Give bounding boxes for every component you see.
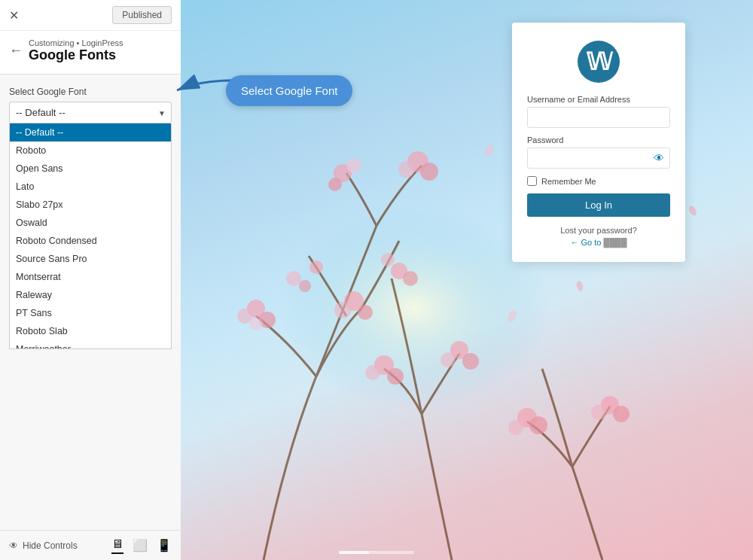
svg-point-2 — [237, 309, 252, 324]
svg-point-30 — [591, 405, 606, 420]
svg-point-7 — [358, 305, 373, 320]
sidebar-header: ✕ Published ← Customizing • LoginPress G… — [0, 0, 181, 75]
svg-point-19 — [299, 280, 311, 292]
svg-point-14 — [374, 355, 394, 375]
font-option-7[interactable]: Source Sans Pro — [10, 250, 171, 268]
font-option-10[interactable]: PT Sans — [10, 304, 171, 322]
svg-point-3 — [259, 312, 276, 328]
svg-point-21 — [381, 253, 395, 266]
desktop-icon[interactable]: 🖥 — [111, 537, 123, 554]
lost-password-link[interactable]: Lost your password? — [527, 226, 670, 235]
svg-point-27 — [508, 420, 523, 435]
back-button[interactable]: ← — [9, 43, 23, 59]
close-bar: ✕ Published — [0, 0, 181, 31]
remember-me-row: Remember Me — [527, 176, 670, 186]
username-label: Username or Email Address — [527, 95, 670, 104]
breadcrumb: Customizing • LoginPress Google Fonts — [29, 38, 123, 63]
svg-point-29 — [601, 396, 619, 414]
bottom-bar: 👁 Hide Controls 🖥 ⬜ 📱 — [0, 530, 181, 560]
svg-point-28 — [529, 416, 547, 434]
breadcrumb-separator: • — [77, 38, 82, 47]
progress-bar — [339, 551, 414, 554]
remember-me-checkbox[interactable] — [527, 176, 537, 186]
font-option-11[interactable]: Roboto Slab — [10, 322, 171, 340]
login-button[interactable]: Log In — [527, 193, 670, 217]
password-input[interactable] — [527, 148, 670, 169]
svg-point-25 — [462, 353, 479, 370]
sidebar: ✕ Published ← Customizing • LoginPress G… — [0, 0, 181, 560]
svg-point-24 — [441, 352, 456, 367]
font-option-9[interactable]: Raleway — [10, 286, 171, 304]
close-button[interactable]: ✕ — [9, 8, 19, 23]
svg-point-15 — [365, 365, 380, 380]
svg-point-37 — [575, 280, 584, 292]
font-option-0[interactable]: -- Default -- — [10, 123, 171, 142]
username-input[interactable] — [527, 107, 670, 128]
device-icons: 🖥 ⬜ 📱 — [111, 537, 172, 554]
font-option-4[interactable]: Slabo 27px — [10, 196, 171, 214]
svg-point-23 — [450, 341, 468, 359]
svg-point-35 — [687, 205, 698, 217]
remember-me-label: Remember Me — [541, 177, 596, 186]
font-option-5[interactable]: Oswald — [10, 214, 171, 232]
svg-point-6 — [334, 302, 351, 318]
eye-hide-icon: 👁 — [9, 540, 18, 551]
published-button[interactable]: Published — [112, 6, 172, 24]
hide-controls-button[interactable]: 👁 Hide Controls — [9, 540, 78, 551]
select-google-font-label: Select Google Font — [9, 87, 172, 97]
font-option-8[interactable]: Montserrat — [10, 268, 171, 286]
svg-point-4 — [249, 317, 263, 330]
breadcrumb-top: Customizing • LoginPress — [29, 38, 123, 47]
svg-point-31 — [613, 406, 630, 422]
nav-header: ← Customizing • LoginPress Google Fonts — [0, 31, 181, 74]
svg-point-5 — [344, 291, 364, 311]
svg-point-36 — [506, 309, 518, 324]
page-title: Google Fonts — [29, 47, 123, 63]
svg-point-10 — [328, 178, 342, 191]
svg-point-32 — [483, 144, 496, 158]
svg-point-22 — [403, 271, 418, 286]
svg-point-12 — [398, 161, 415, 178]
svg-point-8 — [334, 164, 352, 182]
sidebar-content: Select Google Font -- Default --RobotoOp… — [0, 75, 181, 560]
font-option-1[interactable]: Roboto — [10, 142, 171, 160]
password-label: Password — [527, 135, 670, 145]
hide-controls-label: Hide Controls — [23, 540, 78, 551]
svg-point-18 — [309, 260, 323, 274]
login-card: 𝕎 Username or Email Address Password 👁 R… — [512, 23, 685, 262]
svg-point-16 — [387, 368, 404, 385]
svg-point-26 — [517, 408, 537, 428]
svg-point-11 — [407, 151, 428, 172]
font-option-2[interactable]: Open Sans — [10, 160, 171, 178]
wordpress-logo-icon: 𝕎 — [578, 41, 620, 83]
svg-point-20 — [391, 263, 407, 279]
password-wrapper: 👁 — [527, 148, 670, 169]
tablet-icon[interactable]: ⬜ — [133, 538, 148, 552]
breadcrumb-child: LoginPress — [82, 38, 123, 47]
breadcrumb-parent: Customizing — [29, 38, 75, 47]
wp-logo: 𝕎 — [527, 41, 670, 83]
font-option-6[interactable]: Roboto Condensed — [10, 232, 171, 250]
mobile-icon[interactable]: 📱 — [157, 538, 172, 552]
font-select-wrapper: -- Default --RobotoOpen SansLatoSlabo 27… — [9, 102, 172, 123]
font-option-12[interactable]: Merriweather — [10, 340, 171, 349]
goto-link[interactable]: ← Go to ████ — [527, 238, 670, 247]
progress-bar-fill — [339, 551, 369, 554]
eye-icon[interactable]: 👁 — [654, 152, 664, 164]
font-select[interactable]: -- Default --RobotoOpen SansLatoSlabo 27… — [9, 102, 172, 123]
svg-point-1 — [247, 300, 265, 318]
font-option-3[interactable]: Lato — [10, 178, 171, 196]
svg-point-13 — [420, 163, 438, 181]
svg-point-17 — [286, 271, 301, 286]
svg-point-9 — [346, 158, 361, 173]
font-dropdown[interactable]: -- Default --RobotoOpen SansLatoSlabo 27… — [9, 123, 172, 349]
